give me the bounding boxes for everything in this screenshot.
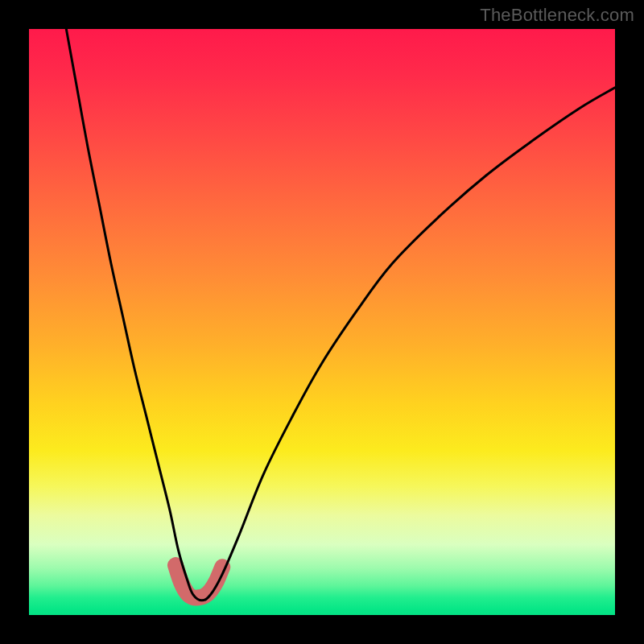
chart-canvas: TheBottleneck.com [0, 0, 644, 644]
curve-layer [29, 29, 615, 615]
plot-area [29, 29, 615, 615]
highlight-path [175, 565, 222, 598]
watermark-text: TheBottleneck.com [480, 5, 634, 26]
bottleneck-curve [64, 29, 615, 601]
